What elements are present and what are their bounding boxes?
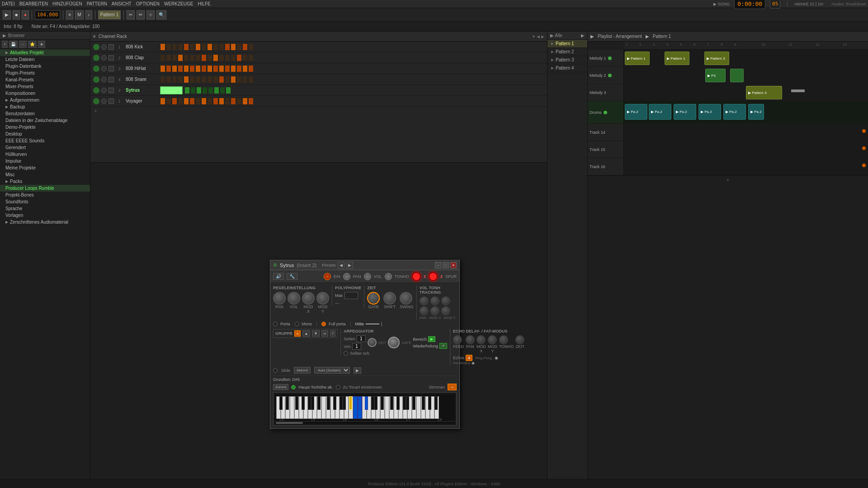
mono-radio[interactable]: [295, 322, 299, 326]
key-as5[interactable]: [371, 396, 374, 410]
pad[interactable]: [184, 98, 189, 105]
pad[interactable]: [166, 76, 171, 83]
sidebar-item-kanal-presets[interactable]: Kanal-Presets: [0, 76, 90, 83]
key-ds4[interactable]: [317, 396, 321, 410]
sidebar-item-demo-projekte[interactable]: Demo-Projekte: [0, 124, 90, 131]
patterns-add-btn[interactable]: ▶: [581, 33, 585, 38]
gruppe-q-btn[interactable]: ?: [330, 330, 335, 337]
pad[interactable]: [248, 43, 254, 51]
pad[interactable]: [219, 43, 224, 51]
arp-zeit-knob[interactable]: [368, 338, 377, 347]
pad[interactable]: [242, 65, 248, 72]
preset-prev-btn[interactable]: ◀: [338, 262, 344, 269]
ch-name-sytrus[interactable]: Sytrus: [124, 88, 160, 93]
key-as3[interactable]: [308, 396, 311, 410]
block-pattern1-m1b[interactable]: ▶ Pattern 1: [665, 52, 689, 65]
sidebar-item-impulse[interactable]: Impulse: [0, 158, 90, 164]
ch-name-kick[interactable]: 808 Kick: [124, 44, 160, 49]
key-fs5-blue[interactable]: [359, 396, 362, 410]
block-pattern1-m1[interactable]: ▶ Pattern 1: [625, 52, 650, 65]
key-gs4[interactable]: [333, 396, 336, 410]
sidebar-item-hullkurven[interactable]: Hüllkurven: [0, 151, 90, 158]
play-btn[interactable]: ▶: [3, 10, 11, 19]
selber-radio[interactable]: [344, 351, 348, 356]
sidebar-item-aktuelles-projekt[interactable]: ▶ Aktuelles Projekt: [0, 49, 90, 56]
env-btn-snare[interactable]: [108, 77, 114, 82]
sidebar-item-packs[interactable]: ▶ Packs: [0, 178, 90, 185]
back-btn[interactable]: ←: [19, 41, 27, 48]
pegel-mody-knob[interactable]: [316, 292, 329, 305]
gruppe-up-btn[interactable]: ▲: [302, 330, 310, 337]
pad[interactable]: [160, 98, 165, 105]
pad[interactable]: [189, 43, 195, 51]
key-gs5-blue[interactable]: [365, 396, 368, 410]
tonho-knob[interactable]: [385, 273, 392, 280]
pad[interactable]: [242, 98, 248, 105]
pad[interactable]: [207, 76, 212, 83]
block-pattern3-m2[interactable]: ▶ P3: [705, 69, 726, 82]
pad[interactable]: [236, 43, 242, 51]
menu-hinzufugen[interactable]: HINZUFÜGEN: [52, 1, 82, 6]
key-f5-blue[interactable]: [353, 396, 358, 419]
pad[interactable]: [184, 65, 189, 72]
pad[interactable]: [236, 54, 242, 61]
echo-pan-knob[interactable]: [466, 335, 475, 344]
mute-dot[interactable]: [608, 56, 612, 60]
pattern-item-2[interactable]: ▶ Pattern 2: [547, 48, 587, 56]
pad[interactable]: [207, 54, 212, 61]
solo-btn-sytrus[interactable]: [101, 88, 107, 93]
pad[interactable]: [207, 98, 212, 105]
channel-rack-btn[interactable]: ≡: [66, 10, 73, 19]
key-as7[interactable]: [434, 396, 438, 410]
pad[interactable]: [201, 76, 207, 83]
pad[interactable]: [213, 65, 218, 72]
sidebar-item-soundfonts[interactable]: Soundfonts: [0, 198, 90, 205]
sidebar-item-zerschnittenes[interactable]: ▶ Zerschnittenes Audiomaterial: [0, 219, 90, 225]
pad[interactable]: [236, 98, 242, 105]
mute-btn-kick[interactable]: [93, 44, 99, 50]
menu-ansicht[interactable]: ANSICHT: [112, 1, 132, 6]
sustain-select[interactable]: Auto (Sustain): [314, 367, 350, 374]
pad[interactable]: [195, 54, 201, 61]
piano-scrollbar[interactable]: [275, 421, 455, 424]
key-ds6[interactable]: [381, 396, 384, 410]
pad[interactable]: [213, 76, 218, 83]
modx-small-knob[interactable]: [430, 306, 439, 315]
speaker-btn[interactable]: 🔊: [273, 273, 284, 280]
close-btn[interactable]: ×: [450, 262, 457, 268]
env-btn-hihat[interactable]: [108, 66, 114, 71]
zuruck-btn[interactable]: Zurück: [273, 384, 288, 390]
pad[interactable]: [242, 43, 248, 51]
pad[interactable]: [231, 65, 236, 72]
solo-btn-voyager[interactable]: [101, 99, 107, 104]
pad[interactable]: [242, 76, 248, 83]
key-ds5-highlight[interactable]: [349, 396, 352, 410]
pad[interactable]: [184, 76, 189, 83]
pad[interactable]: [166, 54, 171, 61]
pad[interactable]: [195, 43, 201, 51]
sidebar-item-eee[interactable]: EEE EEEE Sounds: [0, 137, 90, 144]
save-btn[interactable]: 💾: [9, 41, 18, 48]
pad[interactable]: [190, 87, 196, 94]
pad[interactable]: [178, 76, 183, 83]
menu-optionen[interactable]: OPTIONEN: [136, 1, 160, 6]
key-gs3[interactable]: [302, 396, 305, 410]
pad[interactable]: [196, 87, 202, 94]
pad[interactable]: [172, 65, 177, 72]
pad[interactable]: [166, 65, 171, 72]
mute-dot[interactable]: [608, 74, 612, 77]
track-content-15[interactable]: [624, 141, 868, 158]
pad[interactable]: [248, 76, 254, 83]
pegel-modx-knob[interactable]: [302, 292, 315, 305]
pan-knob-small[interactable]: [343, 273, 350, 280]
env-btn-voyager[interactable]: [108, 99, 114, 104]
echo-feed-knob[interactable]: [453, 335, 462, 344]
pattern-item-4[interactable]: ▶ Pattern 4: [547, 64, 587, 72]
menu-hilfe[interactable]: HILFE: [198, 1, 210, 6]
menu-bearbeiten[interactable]: BEARBEITEN: [19, 1, 48, 6]
sidebar-item-aufgenommen[interactable]: ▶ Aufgenommen: [0, 97, 90, 103]
slide-radio[interactable]: [273, 368, 278, 373]
pad[interactable]: [248, 54, 254, 61]
add-track-btn[interactable]: +: [588, 175, 868, 185]
sidebar-item-meine-projekte[interactable]: Meine Projekte: [0, 164, 90, 171]
